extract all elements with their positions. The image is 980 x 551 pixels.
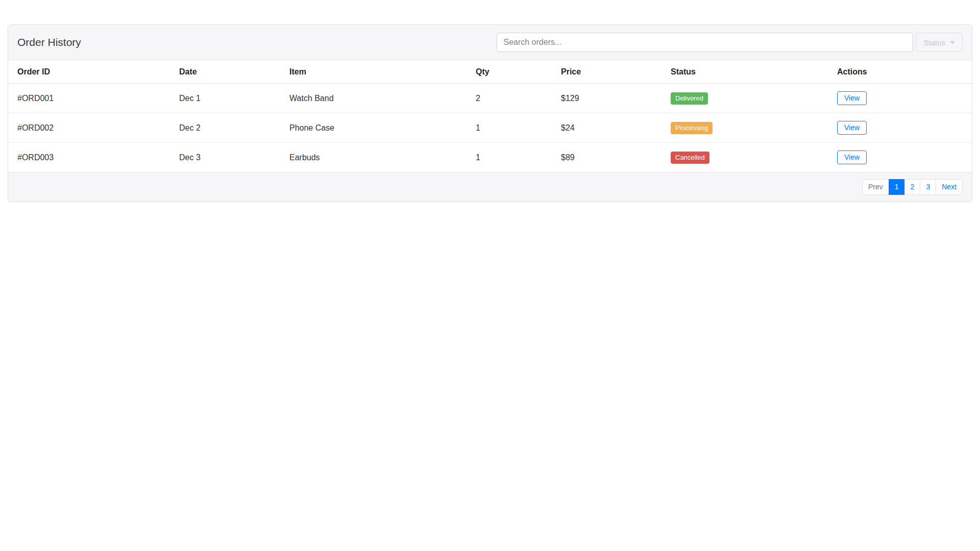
- status-badge: Cancelled: [671, 152, 709, 164]
- orders-table: Order ID Date Item Qty Price Status Acti…: [8, 60, 972, 172]
- status-badge: Delivered: [671, 92, 708, 105]
- item-cell: Watch Band: [280, 84, 467, 113]
- item-cell: Phone Case: [280, 113, 467, 143]
- column-header-status: Status: [662, 60, 828, 84]
- view-button[interactable]: View: [837, 91, 867, 105]
- price-cell: $89: [552, 143, 662, 172]
- price-cell: $129: [552, 84, 662, 113]
- status-filter-label: Status: [923, 38, 945, 47]
- column-header-actions: Actions: [828, 60, 972, 84]
- order-id-cell: #ORD002: [8, 113, 170, 143]
- table-row: #ORD001 Dec 1 Watch Band 2 $129 Delivere…: [8, 84, 972, 113]
- pagination-next[interactable]: Next: [936, 179, 963, 195]
- status-filter-button[interactable]: Status: [916, 33, 963, 52]
- page-title: Order History: [17, 36, 81, 48]
- column-header-order-id: Order ID: [8, 60, 170, 84]
- date-cell: Dec 3: [170, 143, 280, 172]
- pagination-page-2[interactable]: 2: [904, 179, 921, 195]
- card-footer: Prev 1 2 3 Next: [8, 172, 972, 202]
- caret-down-icon: [950, 41, 955, 44]
- qty-cell: 1: [467, 113, 552, 143]
- pagination: Prev 1 2 3 Next: [862, 179, 963, 195]
- date-cell: Dec 1: [170, 84, 280, 113]
- pagination-page-3[interactable]: 3: [920, 179, 936, 195]
- price-cell: $24: [552, 113, 662, 143]
- card-header: Order History Status: [8, 25, 972, 60]
- qty-cell: 2: [467, 84, 552, 113]
- view-button[interactable]: View: [837, 121, 867, 135]
- order-id-cell: #ORD003: [8, 143, 170, 172]
- date-cell: Dec 2: [170, 113, 280, 143]
- column-header-date: Date: [170, 60, 280, 84]
- table-row: #ORD003 Dec 3 Earbuds 1 $89 Cancelled Vi…: [8, 143, 972, 172]
- pagination-prev[interactable]: Prev: [862, 179, 889, 195]
- column-header-item: Item: [280, 60, 467, 84]
- qty-cell: 1: [467, 143, 552, 172]
- status-badge: Processing: [671, 122, 713, 134]
- column-header-price: Price: [552, 60, 662, 84]
- table-row: #ORD002 Dec 2 Phone Case 1 $24 Processin…: [8, 113, 972, 143]
- table-header-row: Order ID Date Item Qty Price Status Acti…: [8, 60, 972, 84]
- order-id-cell: #ORD001: [8, 84, 170, 113]
- pagination-page-1[interactable]: 1: [889, 179, 905, 195]
- search-input[interactable]: [497, 33, 913, 52]
- order-history-card: Order History Status Order ID Date Item …: [8, 24, 972, 202]
- item-cell: Earbuds: [280, 143, 467, 172]
- view-button[interactable]: View: [837, 151, 867, 164]
- column-header-qty: Qty: [467, 60, 552, 84]
